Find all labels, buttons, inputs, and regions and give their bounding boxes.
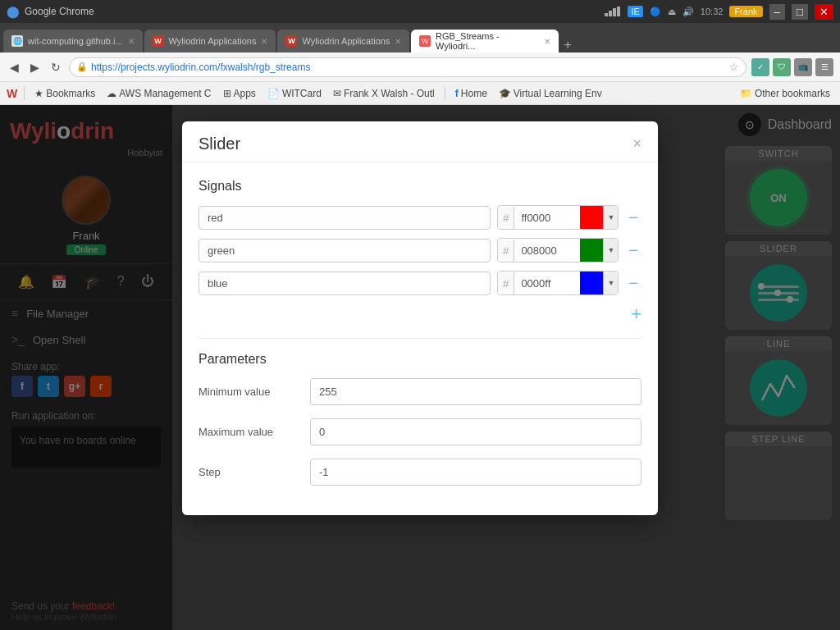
remove-signal-red[interactable]: − — [625, 209, 641, 226]
menu-action[interactable]: ☰ — [815, 58, 833, 76]
modal-close-button[interactable]: × — [632, 135, 641, 153]
bookmarks-icon: ★ — [34, 88, 43, 99]
minimize-button[interactable]: – — [769, 4, 785, 20]
tab-2-label: Wyliodrin Applications — [169, 36, 257, 46]
param-row-max: Maximum value — [199, 418, 641, 445]
param-min-label: Minimum value — [199, 386, 297, 398]
aws-bookmark[interactable]: ☁ AWS Management C — [103, 86, 214, 101]
window-controls: IE 🔵 ⏏ 🔊 10:32 Frank – □ ✕ — [605, 4, 833, 20]
tab-2-favicon: W — [153, 35, 164, 47]
color-swatch-btn-green[interactable] — [580, 239, 603, 262]
param-row-step: Step — [199, 459, 641, 486]
new-tab-button[interactable]: + — [564, 38, 571, 52]
param-max-input[interactable] — [310, 418, 641, 445]
vle-bookmark[interactable]: 🎓 Virtual Learning Env — [495, 86, 605, 101]
url-bar-actions: ✓ 🛡 📺 ☰ — [751, 58, 833, 76]
tab-2-close[interactable]: ✕ — [261, 37, 267, 46]
color-swatch-btn-red[interactable] — [580, 206, 603, 229]
modal-body: Signals # ▼ − # — [182, 162, 658, 515]
clock: 10:32 — [701, 7, 724, 16]
bookmarks-label: Bookmarks — [46, 88, 95, 99]
color-dropdown-red[interactable]: ▼ — [603, 206, 618, 229]
parameters-section-title: Parameters — [199, 352, 641, 367]
tab-4-label: RGB_Streams - Wyliodri... — [436, 31, 539, 51]
param-min-input[interactable] — [310, 378, 641, 405]
color-dropdown-green[interactable]: ▼ — [603, 239, 618, 262]
url-display: https://projects.wyliodrin.com/fxwalsh/r… — [91, 62, 726, 73]
tab-3[interactable]: W Wyliodrin Applications ✕ — [277, 30, 409, 52]
color-input-blue: # ▼ — [497, 271, 619, 295]
witcard-bookmark[interactable]: 📄 WITCard — [264, 86, 325, 101]
tab-1[interactable]: 🌐 wit-computing.github.i... ✕ — [3, 30, 143, 52]
tab-bar: 🌐 wit-computing.github.i... ✕ W Wyliodri… — [0, 23, 840, 52]
apps-bookmark[interactable]: ⊞ Apps — [220, 86, 259, 101]
tab-1-close[interactable]: ✕ — [128, 37, 135, 46]
signal-name-input-blue[interactable] — [199, 272, 491, 295]
hex-input-blue[interactable] — [514, 272, 580, 294]
tab-2[interactable]: W Wyliodrin Applications ✕ — [144, 30, 276, 52]
param-step-input[interactable] — [310, 459, 641, 486]
maximize-button[interactable]: □ — [792, 4, 808, 20]
user-label: Frank — [729, 6, 762, 17]
forward-button[interactable]: ▶ — [27, 59, 43, 75]
frank-email-bookmark[interactable]: ✉ Frank X Walsh - Outl — [330, 86, 438, 101]
color-swatch-blue — [580, 272, 603, 294]
tab-4[interactable]: W RGB_Streams - Wyliodri... ✕ — [411, 30, 559, 52]
add-signal-button[interactable]: + — [631, 304, 641, 325]
param-row-min: Minimum value — [199, 378, 641, 405]
svg-rect-1 — [609, 11, 612, 16]
bookmark-star-icon[interactable]: ☆ — [729, 61, 739, 73]
witcard-label: WITCard — [282, 88, 322, 99]
bookmarks-bar: W ★ Bookmarks ☁ AWS Management C ⊞ Apps … — [0, 82, 840, 105]
hex-input-red[interactable] — [514, 207, 580, 229]
other-bookmarks[interactable]: 📁 Other bookmarks — [737, 86, 833, 101]
ie-icon: IE — [628, 6, 642, 17]
hash-prefix-green: # — [498, 240, 514, 262]
color-dropdown-blue[interactable]: ▼ — [603, 272, 618, 294]
svg-rect-3 — [617, 7, 620, 16]
signal-name-input-green[interactable] — [199, 239, 491, 262]
color-input-green: # ▼ — [497, 238, 619, 262]
bm-sep-0 — [24, 87, 25, 100]
params-divider — [199, 338, 641, 339]
svg-rect-0 — [605, 13, 608, 16]
url-input-container[interactable]: 🔒 https://projects.wyliodrin.com/fxwalsh… — [69, 57, 746, 77]
cast-action[interactable]: 📺 — [794, 58, 812, 76]
tab-1-favicon: 🌐 — [11, 35, 23, 47]
shield-action[interactable]: 🛡 — [773, 58, 791, 76]
add-signal-wrap: + — [199, 304, 641, 325]
signal-name-input-red[interactable] — [199, 206, 491, 230]
bluetooth-icon: 🔵 — [650, 7, 661, 17]
hash-prefix-red: # — [498, 207, 514, 229]
bookmarks-folder[interactable]: ★ Bookmarks — [31, 86, 98, 101]
signal-row-red: # ▼ − — [199, 205, 641, 230]
vle-label: Virtual Learning Env — [514, 88, 602, 99]
modal-header: Slider × — [182, 121, 658, 162]
color-swatch-btn-blue[interactable] — [580, 272, 603, 294]
param-step-label: Step — [199, 466, 297, 478]
volume-icon: 🔊 — [682, 7, 694, 17]
frank-email-icon: ✉ — [333, 88, 341, 99]
signal-icon — [605, 7, 621, 16]
eject-icon: ⏏ — [668, 7, 676, 17]
modal-title: Slider — [199, 135, 240, 153]
hex-input-green[interactable] — [514, 240, 580, 262]
reload-button[interactable]: ↻ — [48, 59, 64, 75]
signal-row-green: # ▼ − — [199, 238, 641, 262]
tab-4-close[interactable]: ✕ — [544, 37, 550, 46]
lock-icon: 🔒 — [76, 62, 88, 72]
signals-section-title: Signals — [199, 179, 641, 194]
wyliodrin-w-logo: W — [7, 87, 17, 100]
remove-signal-blue[interactable]: − — [625, 275, 641, 291]
back-button[interactable]: ◀ — [7, 59, 22, 75]
security-action[interactable]: ✓ — [751, 58, 769, 76]
remove-signal-green[interactable]: − — [625, 242, 641, 258]
svg-rect-2 — [613, 8, 616, 16]
title-bar: ⬤ Google Chrome IE 🔵 ⏏ 🔊 10:32 Frank – □… — [0, 0, 840, 23]
tab-3-close[interactable]: ✕ — [395, 37, 401, 46]
signal-row-blue: # ▼ − — [199, 271, 641, 295]
home-bookmark[interactable]: f Home — [452, 86, 491, 101]
vle-icon: 🎓 — [499, 88, 511, 99]
close-button[interactable]: ✕ — [815, 4, 833, 20]
tab-4-favicon: W — [419, 35, 431, 47]
